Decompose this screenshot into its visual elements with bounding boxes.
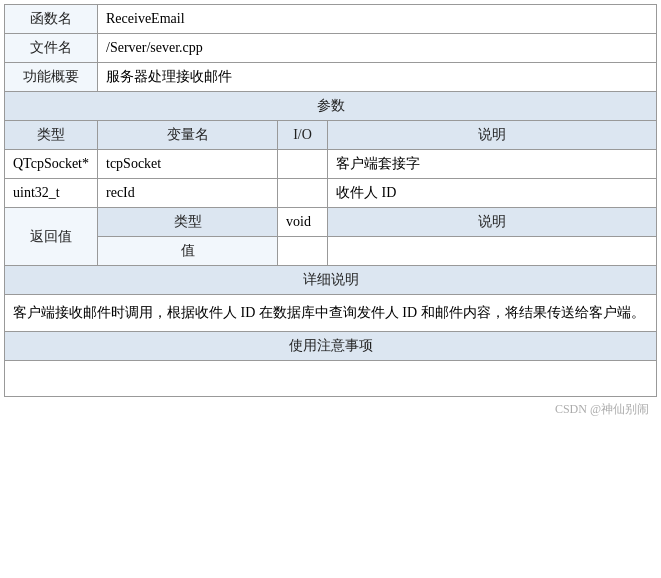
file-name-label: 文件名 bbox=[5, 34, 98, 63]
param2-var: recId bbox=[98, 179, 278, 208]
param2-io bbox=[278, 179, 328, 208]
func-name-value: ReceiveEmail bbox=[98, 5, 657, 34]
return-val-row: 值 bbox=[5, 237, 657, 266]
return-type-row: 返回值 类型 void 说明 bbox=[5, 208, 657, 237]
return-type-value: void bbox=[278, 208, 328, 237]
params-section-header: 参数 bbox=[5, 92, 657, 121]
col-io-header: I/O bbox=[278, 121, 328, 150]
watermark: CSDN @神仙别闹 bbox=[4, 397, 657, 420]
detail-text: 客户端接收邮件时调用，根据收件人 ID 在数据库中查询发件人 ID 和邮件内容，… bbox=[5, 295, 657, 332]
func-name-row: 函数名 ReceiveEmail bbox=[5, 5, 657, 34]
detail-text-row: 客户端接收邮件时调用，根据收件人 ID 在数据库中查询发件人 ID 和邮件内容，… bbox=[5, 295, 657, 332]
main-table: 函数名 ReceiveEmail 文件名 /Server/sever.cpp 功… bbox=[4, 4, 657, 397]
params-col-header-row: 类型 变量名 I/O 说明 bbox=[5, 121, 657, 150]
param2-type: uint32_t bbox=[5, 179, 98, 208]
usage-header-row: 使用注意事项 bbox=[5, 331, 657, 360]
param1-io bbox=[278, 150, 328, 179]
param1-var: tcpSocket bbox=[98, 150, 278, 179]
summary-value: 服务器处理接收邮件 bbox=[98, 63, 657, 92]
return-type-label: 类型 bbox=[98, 208, 278, 237]
param1-type: QTcpSocket* bbox=[5, 150, 98, 179]
usage-section-header: 使用注意事项 bbox=[5, 331, 657, 360]
summary-row: 功能概要 服务器处理接收邮件 bbox=[5, 63, 657, 92]
return-type-desc: 说明 bbox=[328, 208, 657, 237]
page-wrapper: 函数名 ReceiveEmail 文件名 /Server/sever.cpp 功… bbox=[0, 0, 661, 578]
file-name-row: 文件名 /Server/sever.cpp bbox=[5, 34, 657, 63]
return-val-label: 值 bbox=[98, 237, 278, 266]
func-name-label: 函数名 bbox=[5, 5, 98, 34]
return-val-value bbox=[278, 237, 328, 266]
param2-desc: 收件人 ID bbox=[328, 179, 657, 208]
param1-row: QTcpSocket* tcpSocket 客户端套接字 bbox=[5, 150, 657, 179]
params-header-row: 参数 bbox=[5, 92, 657, 121]
param2-row: uint32_t recId 收件人 ID bbox=[5, 179, 657, 208]
usage-content-row bbox=[5, 360, 657, 396]
return-val-desc bbox=[328, 237, 657, 266]
return-label: 返回值 bbox=[5, 208, 98, 266]
file-name-value: /Server/sever.cpp bbox=[98, 34, 657, 63]
summary-label: 功能概要 bbox=[5, 63, 98, 92]
param1-desc: 客户端套接字 bbox=[328, 150, 657, 179]
usage-content bbox=[5, 360, 657, 396]
col-desc-header: 说明 bbox=[328, 121, 657, 150]
col-varname-header: 变量名 bbox=[98, 121, 278, 150]
detail-section-header: 详细说明 bbox=[5, 266, 657, 295]
detail-header-row: 详细说明 bbox=[5, 266, 657, 295]
col-type-header: 类型 bbox=[5, 121, 98, 150]
